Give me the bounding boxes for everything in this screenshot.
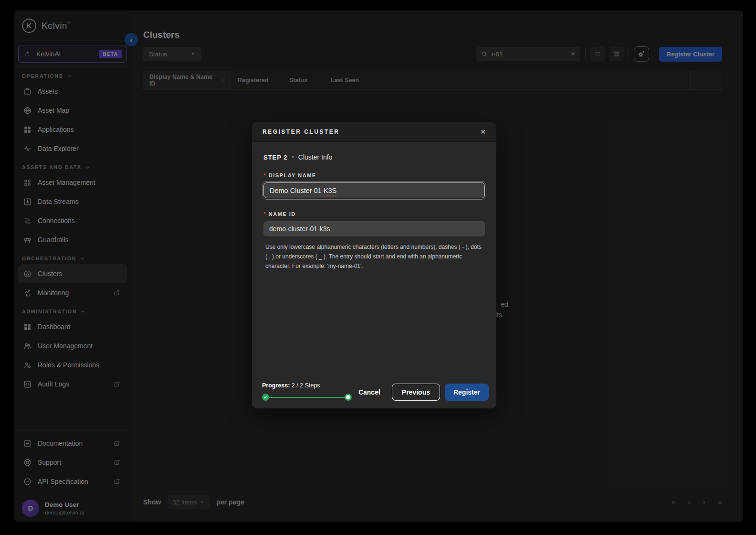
step-label: STEP 2 <box>263 154 288 161</box>
close-icon[interactable]: ✕ <box>480 128 486 136</box>
display-name-label: * DISPLAY NAME <box>263 172 485 178</box>
progress-label: Progress: <box>262 382 290 389</box>
required-asterisk: * <box>263 211 266 217</box>
name-id-label: * NAME ID <box>263 211 485 217</box>
progress-value: 2 / 2 Steps <box>292 382 320 389</box>
name-id-help-text: Use only lowercase alphanumeric characte… <box>263 242 485 271</box>
modal-header: REGISTER CLUSTER ✕ <box>252 122 496 142</box>
step-name: Cluster Info <box>298 153 333 161</box>
modal-title: REGISTER CLUSTER <box>262 128 339 135</box>
progress-step2-dot <box>345 394 352 401</box>
display-name-spellcheck-word: K3S <box>324 187 336 194</box>
previous-button[interactable]: Previous <box>392 384 440 401</box>
progress-indicator: Progress: 2 / 2 Steps <box>262 382 352 401</box>
progress-step1-dot <box>262 394 269 401</box>
cancel-button[interactable]: Cancel <box>352 384 387 401</box>
register-cluster-modal: REGISTER CLUSTER ✕ STEP 2 • Cluster Info… <box>252 122 496 408</box>
modal-actions: Cancel Previous Register <box>352 384 489 401</box>
step-indicator: STEP 2 • Cluster Info <box>263 153 485 161</box>
name-id-input[interactable]: demo-cluster-01-k3s <box>263 221 485 236</box>
display-name-input[interactable]: Demo Cluster 01 K3S <box>263 182 485 198</box>
modal-body: STEP 2 • Cluster Info * DISPLAY NAME Dem… <box>252 142 496 382</box>
step-bullet: • <box>292 154 294 160</box>
required-asterisk: * <box>263 172 266 178</box>
name-id-value: demo-cluster-01-k3s <box>269 225 330 233</box>
progress-bar <box>262 394 352 401</box>
app-window: K Kelvin® KelvinAI BETA OPERATIONS Asset… <box>14 11 743 522</box>
display-name-value: Demo Cluster 01 <box>270 187 324 194</box>
check-icon <box>263 395 268 399</box>
progress-line <box>264 397 349 398</box>
register-button[interactable]: Register <box>445 384 489 401</box>
modal-footer: Progress: 2 / 2 Steps Cancel Previous Re… <box>252 382 496 408</box>
